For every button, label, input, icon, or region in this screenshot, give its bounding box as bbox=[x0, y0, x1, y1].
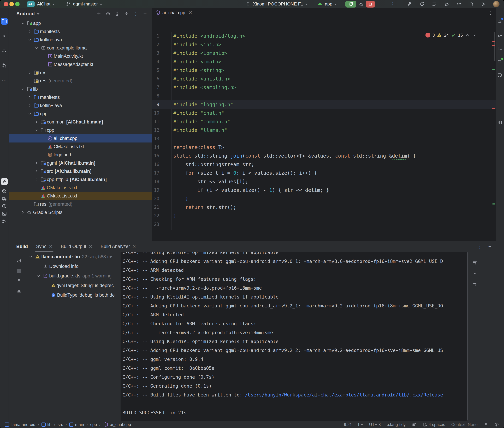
change-stripe-mark[interactable] bbox=[492, 69, 495, 70]
chevron-down-icon[interactable] bbox=[26, 38, 33, 42]
tree-item-com-example-llama[interactable]: com.example.llama bbox=[9, 44, 152, 52]
breadcrumb-item-lib[interactable]: lib bbox=[42, 422, 51, 427]
build-tree-item[interactable]: llama.android: fin22 sec, 583 ms bbox=[28, 252, 120, 262]
indent-config[interactable]: 4 spaces bbox=[423, 422, 445, 427]
pin-tab-button[interactable] bbox=[16, 277, 22, 284]
minimize-window-button[interactable] bbox=[9, 2, 14, 6]
tree-item-messageadapter-kt[interactable]: MessageAdapter.kt bbox=[9, 60, 152, 68]
code-line-18[interactable]: 18 str << values[i]; bbox=[152, 177, 496, 186]
build-tab-build-analyzer[interactable]: Build Analyzer✕ bbox=[101, 241, 136, 252]
tree-item-res[interactable]: res(generated) bbox=[9, 77, 152, 85]
code-line-10[interactable]: 10#include "chat.h" bbox=[152, 109, 496, 117]
rerun-button[interactable] bbox=[345, 1, 356, 8]
chevron-down-icon[interactable] bbox=[26, 112, 33, 116]
breadcrumb-item-src[interactable]: src bbox=[58, 422, 63, 427]
debug-button[interactable] bbox=[358, 1, 364, 7]
gradle-tool-button[interactable] bbox=[496, 33, 503, 39]
run-configurations-button[interactable] bbox=[431, 1, 437, 7]
structure-tool-button[interactable] bbox=[1, 47, 8, 54]
chevron-down-icon[interactable] bbox=[35, 274, 42, 278]
stop-sync-button[interactable] bbox=[16, 268, 22, 275]
code-line-3[interactable]: 3#include <iomanip> bbox=[152, 49, 496, 57]
branch-selector[interactable]: ggml-master bbox=[65, 1, 102, 7]
code-line-21[interactable]: 21 return str.str(); bbox=[152, 203, 496, 212]
panel-options-button[interactable]: ⋮ bbox=[132, 10, 139, 17]
collapse-all-button[interactable] bbox=[123, 10, 130, 17]
tree-item-kotlin-java[interactable]: kotlin+java bbox=[9, 101, 152, 110]
lock-icon[interactable] bbox=[484, 422, 488, 427]
zoom-window-button[interactable] bbox=[15, 2, 19, 6]
tree-item-cmakelists-txt[interactable]: CMakeLists.txt bbox=[9, 184, 152, 192]
code-area[interactable]: 1#include <android/log.h>2#include <jni.… bbox=[152, 32, 496, 229]
build-panel-title[interactable]: Build bbox=[16, 244, 28, 249]
tree-item-manifests[interactable]: manifests bbox=[9, 27, 152, 36]
sync-button[interactable] bbox=[419, 1, 425, 7]
tree-item-lib[interactable]: lib bbox=[9, 85, 152, 93]
user-avatar[interactable] bbox=[493, 1, 500, 7]
pull-requests-tool-button[interactable] bbox=[1, 62, 8, 69]
code-line-19[interactable]: 19 if (i < values.size() - 1) { str << d… bbox=[152, 186, 496, 194]
profiler-button[interactable] bbox=[444, 1, 450, 7]
breadcrumb-item-cpp[interactable]: cpp bbox=[90, 422, 97, 427]
close-window-button[interactable] bbox=[4, 2, 8, 6]
code-line-8[interactable]: 8 bbox=[152, 92, 496, 100]
tab-ai-chat-cpp[interactable]: C ai_chat.cpp ✕ bbox=[152, 8, 196, 17]
tree-item-ai-chat-cpp[interactable]: Cai_chat.cpp bbox=[9, 134, 152, 142]
restart-sync-button[interactable] bbox=[16, 258, 22, 265]
breadcrumb-item-main[interactable]: main bbox=[69, 422, 84, 427]
project-tool-button[interactable] bbox=[1, 18, 8, 25]
code-line-12[interactable]: 12#include "llama.h" bbox=[152, 126, 496, 134]
next-problem-button[interactable] bbox=[472, 33, 477, 38]
tree-item-cmakelists-txt[interactable]: CMakeLists.txt bbox=[9, 142, 152, 151]
editor-scrollbar[interactable] bbox=[494, 32, 495, 61]
editor-options-button[interactable]: ⋮ bbox=[488, 10, 493, 16]
chevron-down-icon[interactable] bbox=[34, 46, 40, 50]
tree-item-res[interactable]: res bbox=[9, 68, 152, 77]
line-ending[interactable]: LF bbox=[358, 422, 363, 427]
change-stripe-mark[interactable] bbox=[492, 204, 495, 205]
project-selector[interactable]: AiChat bbox=[37, 1, 55, 7]
tree-item-kotlin-java[interactable]: kotlin+java bbox=[9, 36, 152, 44]
tree-item-gradle-scripts[interactable]: Gradle Scripts bbox=[9, 208, 152, 216]
problems-tool-button[interactable] bbox=[1, 203, 8, 210]
tree-item-app[interactable]: app bbox=[9, 19, 152, 27]
more-tools-button[interactable]: ⋯ bbox=[1, 76, 8, 83]
build-tree-item[interactable]: 'jvmTarget: String' is deprec bbox=[28, 281, 120, 290]
build-tree-item[interactable]: BuildType 'debug' is both de bbox=[28, 290, 120, 300]
tree-item-cpp[interactable]: cpp bbox=[9, 126, 152, 134]
build-tree-item[interactable]: build.gradle.ktsapp 1 warning bbox=[28, 271, 120, 281]
build-tab-sync[interactable]: Sync✕ bbox=[36, 241, 53, 252]
code-line-2[interactable]: 2#include <jni.h> bbox=[152, 40, 496, 49]
tree-item-cmakelists-txt[interactable]: CMakeLists.txt bbox=[9, 192, 152, 200]
chevron-right-icon[interactable] bbox=[20, 210, 26, 214]
chevron-right-icon[interactable] bbox=[34, 120, 40, 124]
build-tab-build-output[interactable]: Build Output✕ bbox=[61, 241, 92, 252]
project-view-selector[interactable]: Android bbox=[16, 11, 39, 16]
tree-item-common[interactable]: common[AiChat.lib.main] bbox=[9, 118, 152, 126]
gemini-tool-button[interactable] bbox=[496, 72, 503, 79]
build-variants-tool-button[interactable] bbox=[496, 119, 503, 126]
locate-file-button[interactable] bbox=[105, 10, 111, 17]
code-line-4[interactable]: 4#include <cmath> bbox=[152, 57, 496, 66]
code-line-20[interactable]: 20 } bbox=[152, 194, 496, 203]
chevron-right-icon[interactable] bbox=[26, 70, 33, 75]
close-tab-icon[interactable]: ✕ bbox=[89, 244, 93, 249]
code-line-11[interactable]: 11#include "common.h" bbox=[152, 117, 496, 126]
tree-item-cpp[interactable]: cpp bbox=[9, 110, 152, 118]
filter-view-button[interactable] bbox=[16, 288, 22, 295]
chevron-down-icon[interactable] bbox=[20, 21, 26, 25]
search-everywhere-button[interactable] bbox=[468, 1, 475, 7]
build-hammer-button[interactable] bbox=[407, 1, 413, 7]
close-tab-icon[interactable]: ✕ bbox=[49, 244, 53, 249]
breadcrumb-item-ai-chat-cpp[interactable]: Cai_chat.cpp bbox=[103, 422, 131, 427]
code-line-23[interactable]: 23 bbox=[152, 220, 496, 229]
new-item-button[interactable] bbox=[95, 10, 102, 17]
clear-console-button[interactable] bbox=[471, 281, 478, 288]
code-line-14[interactable]: 14template<class T> bbox=[152, 143, 496, 152]
chevron-right-icon[interactable] bbox=[34, 177, 40, 182]
close-tab-icon[interactable]: ✕ bbox=[188, 10, 192, 16]
hide-panel-button[interactable]: − bbox=[142, 10, 148, 17]
code-line-16[interactable]: 16 std::ostringstream str; bbox=[152, 160, 496, 169]
settings-button[interactable] bbox=[481, 1, 487, 7]
code-line-22[interactable]: 22} bbox=[152, 212, 496, 220]
